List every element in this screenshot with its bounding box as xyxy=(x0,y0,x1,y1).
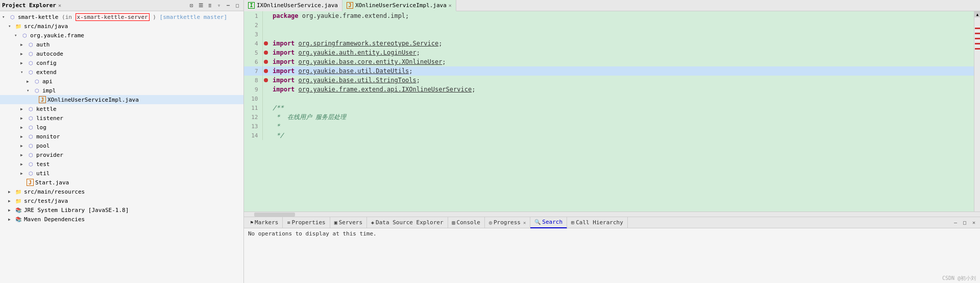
tab-servers[interactable]: ▣ Servers xyxy=(330,217,367,228)
bottom-panel-maximize[interactable]: □ xyxy=(961,219,969,227)
filter-btn[interactable]: ≡ xyxy=(206,2,214,10)
h-scrollbar-thumb[interactable] xyxy=(254,213,295,217)
autocode-icon: ⬡ xyxy=(27,50,35,58)
tab-IXOnlineUserService[interactable]: I IXOnlineUserService.java xyxy=(244,0,342,11)
search-icon: 🔍 xyxy=(534,219,541,225)
pool-arrow: ▶ xyxy=(20,144,27,148)
extend-label: extend xyxy=(36,69,57,76)
line-num-1: 1 xyxy=(244,11,262,20)
org-frame-label: org.yaukie.frame xyxy=(30,32,84,39)
tree-item-test[interactable]: ▶ ⬡ test xyxy=(0,159,243,169)
line-num-10: 10 xyxy=(244,94,262,103)
editor-h-scrollbar[interactable] xyxy=(244,211,980,217)
line-num-4: 4 xyxy=(244,39,262,48)
jre-arrow: ▶ xyxy=(8,208,14,213)
collapse-all-btn[interactable]: ⊡ xyxy=(187,2,195,10)
code-editor: 1 package org.yaukie.frame.extend.impl; … xyxy=(244,11,974,140)
tree-item-api[interactable]: ▶ ⬡ api xyxy=(0,77,243,86)
line-gutter-10 xyxy=(262,94,270,103)
tab-impl-close[interactable]: ✕ xyxy=(449,3,452,8)
editor-scroll[interactable]: 1 package org.yaukie.frame.extend.impl; … xyxy=(244,11,974,211)
bottom-panel-minimize[interactable]: — xyxy=(951,219,960,227)
maven-label: Maven Dependencies xyxy=(24,216,85,223)
servers-icon: ▣ xyxy=(334,220,337,225)
log-arrow: ▶ xyxy=(20,125,27,130)
tab-datasource[interactable]: ◈ Data Source Explorer xyxy=(367,217,448,228)
bottom-panel: ⚑ Markers ≡ Properties ▣ Servers ◈ Data … xyxy=(244,217,980,283)
line-code-3 xyxy=(270,30,974,39)
config-icon: ⬡ xyxy=(27,59,35,67)
progress-close[interactable]: ✕ xyxy=(523,220,526,225)
tree-item-autocode[interactable]: ▶ ⬡ autocode xyxy=(0,49,243,58)
gutter-top-btn[interactable]: ▲ xyxy=(974,11,980,17)
tab-impl-label: XOnlineUserServiceImpl.java xyxy=(355,2,447,9)
project-explorer-header: Project Explorer ✕ ⊡ ☰ ≡ ▿ — □ xyxy=(0,0,243,11)
api-icon: ⬡ xyxy=(33,77,41,85)
tab-console[interactable]: ▥ Console xyxy=(448,217,485,228)
tree-item-Start[interactable]: J Start.java xyxy=(0,178,243,187)
tree-item-config[interactable]: ▶ ⬡ config xyxy=(0,58,243,67)
tree-item-auth[interactable]: ▶ ⬡ auth xyxy=(0,40,243,49)
provider-arrow: ▶ xyxy=(20,153,27,157)
tree-item-maven[interactable]: ▶ 📚 Maven Dependencies xyxy=(0,215,243,224)
tab-properties[interactable]: ≡ Properties xyxy=(283,217,330,228)
tab-progress[interactable]: ◎ Progress ✕ xyxy=(485,217,530,228)
line-code-6: import org.yaukie.base.core.entity.XOnli… xyxy=(270,57,974,66)
tree-item-kettle[interactable]: ▶ ⬡ kettle xyxy=(0,104,243,113)
tab-callhierarchy[interactable]: ⊞ Call Hierarchy xyxy=(567,217,628,228)
autocode-label: autocode xyxy=(36,51,63,57)
code-line-12: 12 * 在线用户 服务层处理 xyxy=(244,112,974,122)
line-code-8: import org.yaukie.base.util.StringTools; xyxy=(270,76,974,85)
src-main-java-icon: 📁 xyxy=(14,22,22,30)
error-marker-8 xyxy=(264,78,268,82)
tree-item-extend[interactable]: ▾ ⬡ extend xyxy=(0,67,243,77)
tree-item-XOnlineUserServiceImpl[interactable]: J XOnlineUserServiceImpl.java xyxy=(0,95,243,104)
tree-item-src-main-resources[interactable]: ▶ 📁 src/main/resources xyxy=(0,187,243,196)
tree-item-util[interactable]: ▶ ⬡ util xyxy=(0,169,243,178)
code-line-10: 10 xyxy=(244,94,974,103)
tab-XOnlineUserServiceImpl[interactable]: J XOnlineUserServiceImpl.java ✕ xyxy=(342,0,456,11)
code-line-9: 9 import org.yaukie.frame.extend.api.IXO… xyxy=(244,85,974,94)
tree-item-provider[interactable]: ▶ ⬡ provider xyxy=(0,150,243,159)
log-label: log xyxy=(36,124,46,131)
markers-icon: ⚑ xyxy=(250,220,253,225)
tree-item-src-test-java[interactable]: ▶ 📁 src/test/java xyxy=(0,196,243,205)
tab-search[interactable]: 🔍 Search xyxy=(530,217,567,228)
footer-text: CSDN @初小刘 xyxy=(942,275,976,282)
jre-icon: 📚 xyxy=(14,206,22,214)
test-icon: ⬡ xyxy=(27,160,35,168)
project-tree[interactable]: ▾ ⬡ smart-kettle (in x-smart-kettle-serv… xyxy=(0,11,243,283)
tree-root[interactable]: ▾ ⬡ smart-kettle (in x-smart-kettle-serv… xyxy=(0,12,243,21)
line-gutter-9 xyxy=(262,85,270,94)
src-test-java-icon: 📁 xyxy=(14,197,22,205)
properties-label: Properties xyxy=(291,219,325,226)
monitor-arrow: ▶ xyxy=(20,134,27,139)
maximize-panel-btn[interactable]: □ xyxy=(233,2,241,10)
line-code-12: * 在线用户 服务层处理 xyxy=(270,112,974,122)
error-marker-6 xyxy=(264,60,268,64)
link-editor-btn[interactable]: ☰ xyxy=(197,2,205,10)
tree-item-monitor[interactable]: ▶ ⬡ monitor xyxy=(0,132,243,141)
tree-item-impl[interactable]: ▾ ⬡ impl xyxy=(0,86,243,95)
panel-close-icon[interactable]: ✕ xyxy=(58,3,61,8)
tree-item-org-yaukie-frame[interactable]: ▾ ⬡ org.yaukie.frame xyxy=(0,31,243,40)
panel-toolbar: ⊡ ☰ ≡ ▿ — □ xyxy=(187,2,241,10)
tab-markers[interactable]: ⚑ Markers xyxy=(246,217,283,228)
minimize-panel-btn[interactable]: — xyxy=(224,2,232,10)
line-num-2: 2 xyxy=(244,20,262,30)
line-num-6: 6 xyxy=(244,57,262,66)
tree-item-log[interactable]: ▶ ⬡ log xyxy=(0,123,243,132)
tree-item-src-main-java[interactable]: ▾ 📁 src/main/java xyxy=(0,21,243,31)
bottom-panel-close[interactable]: ✕ xyxy=(970,219,978,227)
tree-item-listener[interactable]: ▶ ⬡ listener xyxy=(0,113,243,123)
root-label: smart-kettle (in x-smart-kettle-server )… xyxy=(18,14,227,20)
line-code-7: import org.yaukie.base.util.DateUtils; xyxy=(270,66,974,76)
error-marker-7 xyxy=(264,69,268,73)
tree-item-jre[interactable]: ▶ 📚 JRE System Library [JavaSE-1.8] xyxy=(0,205,243,215)
view-menu-btn[interactable]: ▿ xyxy=(215,2,223,10)
tree-item-pool[interactable]: ▶ ⬡ pool xyxy=(0,141,243,150)
extend-arrow: ▾ xyxy=(20,69,27,75)
line-num-7: 7 xyxy=(244,66,262,76)
src-test-java-arrow: ▶ xyxy=(8,199,14,203)
datasource-label: Data Source Explorer xyxy=(376,219,443,226)
